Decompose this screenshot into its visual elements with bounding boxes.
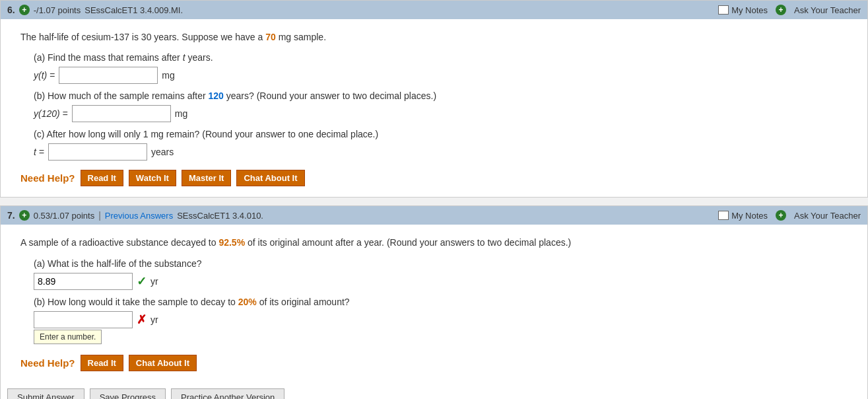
prev-answers-q7[interactable]: Previous Answers: [105, 211, 173, 221]
header-right-q6: My Notes + Ask Your Teacher: [718, 5, 861, 15]
q7a-check-mark: ✓: [137, 274, 147, 289]
q6b-highlight-120: 120: [209, 91, 224, 101]
separator-q7: |: [98, 210, 101, 221]
question-6-number: 6.: [7, 5, 15, 15]
my-notes-label-q6: My Notes: [731, 5, 768, 15]
q6b-label-end: years? (Round your answer to two decimal…: [226, 91, 436, 101]
q6b-unit: mg: [175, 108, 187, 119]
q7a-unit: yr: [150, 276, 158, 287]
q6c-label: (c) After how long will only 1 mg remain…: [34, 129, 854, 139]
q6-chat-about-it-btn[interactable]: Chat About It: [236, 170, 304, 186]
save-progress-btn[interactable]: Save Progress: [90, 388, 166, 399]
q6-sub-a: (a) Find the mass that remains after t y…: [34, 52, 854, 84]
q7b-label: (b) How long would it take the sample to…: [34, 297, 854, 307]
q7b-tooltip: Enter a number.: [34, 330, 102, 344]
q7b-unit: yr: [150, 314, 158, 325]
ask-teacher-q7[interactable]: Ask Your Teacher: [794, 211, 861, 221]
q7b-label-text: (b) How long would it take the sample to…: [34, 297, 238, 307]
plus-icon-q7[interactable]: +: [19, 210, 30, 221]
question-7-text: A sample of a radioactive substance deca…: [20, 235, 854, 250]
q6-text-2: mg sample.: [279, 32, 326, 42]
q7-need-help-label: Need Help?: [20, 357, 75, 369]
plus-icon-ask-q7[interactable]: +: [776, 210, 786, 221]
question-7-block: 7. + 0.53/1.07 points | Previous Answers…: [0, 205, 868, 399]
q7-highlight-92: 92.5%: [218, 237, 245, 248]
q6-need-help-label: Need Help?: [20, 172, 75, 184]
q6-need-help-row: Need Help? Read It Watch It Master It Ch…: [20, 170, 854, 186]
q7b-input[interactable]: [34, 311, 133, 328]
q7-sub-b: (b) How long would it take the sample to…: [34, 297, 854, 328]
q7b-label-end: of its original amount?: [259, 297, 350, 307]
q7-sub-a: (a) What is the half-life of the substan…: [34, 258, 854, 290]
question-7-id: SEssCalcET1 3.4.010.: [177, 211, 263, 221]
q6c-math-label: t =: [34, 147, 44, 157]
header-right-q7: My Notes + Ask Your Teacher: [718, 210, 861, 221]
q7-text-2: of its original amount after a year. (Ro…: [248, 237, 571, 248]
q6-text-1: The half-life of cesium-137 is 30 years.…: [20, 32, 265, 42]
my-notes-q7[interactable]: My Notes: [718, 211, 768, 221]
q7b-x-mark: ✗: [137, 312, 147, 327]
practice-another-version-btn[interactable]: Practice Another Version: [171, 388, 284, 399]
my-notes-q6[interactable]: My Notes: [718, 5, 768, 15]
q6-sub-b: (b) How much of the sample remains after…: [34, 91, 854, 122]
q6c-label-text: (c) After how long will only 1 mg remain…: [34, 129, 378, 139]
question-6-id: SEssCalcET1 3.4.009.MI.: [84, 5, 183, 15]
q6a-unit: mg: [162, 70, 174, 81]
q7-text-1: A sample of a radioactive substance deca…: [20, 237, 218, 248]
page-wrapper: 6. + -/1.07 points SEssCalcET1 3.4.009.M…: [0, 0, 868, 399]
question-7-points: 0.53/1.07 points: [34, 211, 95, 221]
q6a-label-text: (a) Find the mass that remains after: [34, 52, 183, 63]
question-6-header: 6. + -/1.07 points SEssCalcET1 3.4.009.M…: [1, 1, 867, 19]
q7a-input-row: ✓ yr: [34, 273, 854, 290]
question-7-header: 7. + 0.53/1.07 points | Previous Answers…: [1, 206, 867, 225]
q7b-highlight-20: 20%: [238, 297, 257, 307]
q6c-unit: years: [151, 147, 174, 157]
header-left-q7: 7. + 0.53/1.07 points | Previous Answers…: [7, 210, 263, 221]
q6a-input[interactable]: [59, 67, 158, 84]
q7-read-it-btn[interactable]: Read It: [81, 355, 123, 371]
plus-icon-q6[interactable]: +: [19, 5, 30, 15]
q6a-t-var: t: [183, 52, 185, 63]
q7-bottom-buttons: Submit Answer Save Progress Practice Ano…: [1, 382, 867, 399]
plus-icon-ask-q6[interactable]: +: [776, 5, 786, 15]
q7a-label: (a) What is the half-life of the substan…: [34, 258, 854, 269]
q7-chat-about-it-btn[interactable]: Chat About It: [129, 355, 197, 371]
q7a-label-text: (a) What is the half-life of the substan…: [34, 258, 201, 269]
ask-teacher-q6[interactable]: Ask Your Teacher: [794, 5, 861, 15]
q6a-label-end: years.: [187, 52, 213, 63]
header-left-q6: 6. + -/1.07 points SEssCalcET1 3.4.009.M…: [7, 5, 183, 15]
submit-answer-btn[interactable]: Submit Answer: [7, 388, 84, 399]
my-notes-label-q7: My Notes: [731, 211, 768, 221]
question-6-points: -/1.07 points: [34, 5, 81, 15]
q6a-label: (a) Find the mass that remains after t y…: [34, 52, 854, 63]
question-7-body: A sample of a radioactive substance deca…: [1, 225, 867, 381]
q6-read-it-btn[interactable]: Read It: [81, 170, 123, 186]
question-6-block: 6. + -/1.07 points SEssCalcET1 3.4.009.M…: [0, 0, 868, 198]
q6b-input-row: y(120) = mg: [34, 105, 854, 122]
question-6-text: The half-life of cesium-137 is 30 years.…: [20, 30, 854, 44]
q6b-math-label: y(120) =: [34, 108, 68, 119]
q7b-input-row: Enter a number. ✗ yr: [34, 311, 854, 328]
q6b-label-text: (b) How much of the sample remains after: [34, 91, 209, 101]
q7a-input[interactable]: [34, 273, 133, 290]
q6b-label: (b) How much of the sample remains after…: [34, 91, 854, 101]
q6-watch-it-btn[interactable]: Watch It: [129, 170, 176, 186]
q7-need-help-row: Need Help? Read It Chat About It: [20, 355, 854, 371]
question-6-body: The half-life of cesium-137 is 30 years.…: [1, 19, 867, 197]
note-icon-q6: [718, 5, 729, 15]
question-7-number: 7.: [7, 210, 15, 221]
q6c-input-row: t = years: [34, 143, 854, 161]
q6-master-it-btn[interactable]: Master It: [182, 170, 231, 186]
q6c-input[interactable]: [48, 143, 147, 161]
q6a-math-label: y(t) =: [34, 70, 55, 81]
q6b-input[interactable]: [72, 105, 171, 122]
q6-highlight-70: 70: [265, 32, 276, 42]
q6-sub-c: (c) After how long will only 1 mg remain…: [34, 129, 854, 161]
q6a-input-row: y(t) = mg: [34, 67, 854, 84]
note-icon-q7: [718, 211, 729, 220]
